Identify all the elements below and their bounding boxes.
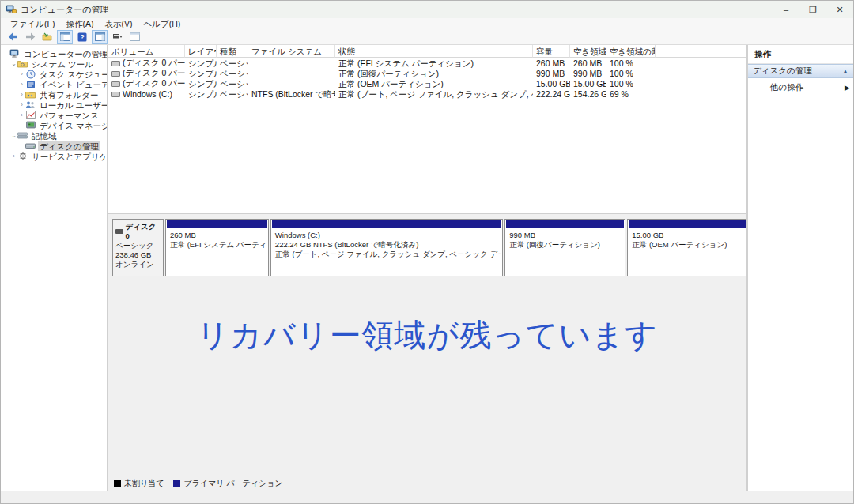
tree-item-label: システム ツール: [30, 59, 95, 69]
column-header-6[interactable]: 空き領域: [570, 45, 606, 58]
column-header-3[interactable]: ファイル システム: [248, 45, 335, 58]
cell-6: 15.00 GB: [570, 78, 606, 88]
legend-swatch: [173, 480, 180, 487]
primary-partition-strip: [167, 220, 267, 228]
partition-oem[interactable]: 15.00 GB正常 (OEM パーティション): [627, 219, 746, 276]
column-header-4[interactable]: 状態: [335, 45, 533, 58]
cell-1: シンプル: [185, 78, 217, 88]
console-tree-icon[interactable]: [57, 30, 73, 44]
properties-window-icon[interactable]: [127, 30, 142, 44]
tree-item-local-users-groups[interactable]: ›ローカル ユーザーとグループ: [1, 100, 107, 110]
cell-7: 100 %: [606, 68, 656, 78]
cell-2: ベーシック: [217, 58, 248, 68]
expand-expander-icon[interactable]: ›: [18, 111, 25, 118]
cell-3: [248, 68, 335, 78]
tree-item-label: ローカル ユーザーとグループ: [38, 100, 108, 110]
menu-action[interactable]: 操作(A): [60, 18, 99, 29]
disk-0-band: ディスク 0 ベーシック 238.46 GB オンライン 260 MB正常 (E…: [112, 219, 743, 276]
column-header-2[interactable]: 種類: [217, 45, 248, 58]
cell-0: (ディスク 0 パーティション 5): [108, 78, 185, 88]
table-row[interactable]: (ディスク 0 パーティション 4)シンプルベーシック正常 (回復パーティション…: [108, 68, 746, 78]
forward-icon[interactable]: [22, 30, 38, 44]
help-icon[interactable]: ?: [74, 30, 90, 44]
actions-group-disk-management[interactable]: ディスクの管理 ▲: [748, 64, 853, 78]
disk-0-size: 238.46 GB: [115, 250, 161, 260]
more-actions-label: 他の操作: [770, 82, 803, 93]
cell-4: 正常 (EFI システム パーティション): [335, 58, 533, 68]
partition-status: 正常 (OEM パーティション): [632, 240, 746, 250]
volume-icon: [111, 81, 120, 87]
column-header-1[interactable]: レイアウト: [185, 45, 217, 58]
collapse-chevron-icon[interactable]: ▲: [842, 68, 848, 75]
table-row[interactable]: (ディスク 0 パーティション 1)シンプルベーシック正常 (EFI システム …: [108, 58, 746, 68]
shared-folders-icon: [25, 90, 36, 100]
partition-efi[interactable]: 260 MB正常 (EFI システム パーティション): [165, 219, 269, 276]
expand-expander-icon[interactable]: ›: [18, 101, 25, 108]
cell-3: NTFS (BitLocker で暗号化済み): [248, 88, 335, 99]
submenu-arrow-icon: ▶: [845, 84, 850, 92]
center-panel: ボリュームレイアウト種類ファイル システム状態容量空き領域空き領域の割合 (ディ…: [108, 45, 748, 491]
disk-0-header[interactable]: ディスク 0 ベーシック 238.46 GB オンライン: [112, 219, 164, 276]
collapse-expander-icon[interactable]: ⌄: [10, 60, 17, 67]
column-header-7[interactable]: 空き領域の割合: [606, 45, 656, 58]
menu-file[interactable]: ファイル(F): [5, 18, 60, 29]
maximize-button[interactable]: ❐: [799, 1, 826, 18]
more-actions-item[interactable]: 他の操作 ▶: [748, 78, 853, 93]
task-scheduler-icon: [25, 70, 36, 79]
cell-4: 正常 (OEM パーティション): [335, 78, 533, 88]
folder-icon[interactable]: [40, 30, 55, 44]
cell-6: 990 MB: [570, 68, 606, 78]
collapse-expander-icon[interactable]: ⌄: [10, 132, 17, 139]
actions-group-label: ディスクの管理: [753, 66, 812, 77]
cell-filler: [656, 78, 746, 88]
menu-view[interactable]: 表示(V): [99, 18, 138, 29]
column-header-8[interactable]: [656, 45, 746, 58]
cell-6: 260 MB: [570, 58, 606, 68]
back-icon[interactable]: [5, 30, 21, 44]
partitions: 260 MB正常 (EFI システム パーティション)Windows (C:)2…: [165, 219, 746, 276]
partition-size: 222.24 GB NTFS (BitLocker で暗号化済み): [275, 240, 498, 250]
action-pane-icon[interactable]: [92, 30, 108, 44]
tree-item-performance[interactable]: ›パフォーマンス: [1, 110, 107, 120]
popup-menu-icon[interactable]: [109, 30, 125, 44]
tree-item-system-tools[interactable]: ⌄システム ツール: [1, 58, 107, 69]
partition-title: Windows (C:): [275, 231, 498, 240]
partition-size: 990 MB: [509, 231, 621, 240]
tree-item-computer-management[interactable]: コンピューターの管理 (ローカル): [1, 48, 107, 58]
minimize-button[interactable]: –: [773, 1, 799, 18]
cell-7: 100 %: [606, 78, 656, 88]
cell-5: 15.00 GB: [533, 78, 570, 88]
disk-0-status: オンライン: [115, 260, 161, 269]
volume-list-header: ボリュームレイアウト種類ファイル システム状態容量空き領域空き領域の割合: [108, 45, 746, 58]
partition-recovery[interactable]: 990 MB正常 (回復パーティション): [504, 219, 625, 276]
column-header-0[interactable]: ボリューム: [108, 45, 185, 58]
expand-expander-icon[interactable]: ›: [10, 152, 17, 160]
tree-item-shared-folders[interactable]: ›共有フォルダー: [1, 89, 107, 100]
tree-item-disk-management[interactable]: ディスクの管理: [1, 141, 107, 151]
table-row[interactable]: Windows (C:)シンプルベーシックNTFS (BitLocker で暗号…: [108, 88, 746, 99]
expand-expander-icon[interactable]: ›: [18, 91, 25, 98]
cell-3: [248, 78, 335, 88]
partition-windows-c[interactable]: Windows (C:)222.24 GB NTFS (BitLocker で暗…: [270, 219, 503, 276]
close-button[interactable]: ✕: [826, 1, 853, 18]
tree-item-services-applications[interactable]: ›サービスとアプリケーション: [1, 151, 107, 161]
partition-info: 15.00 GB正常 (OEM パーティション): [629, 228, 746, 275]
statusbar: [1, 491, 853, 503]
tree-item-event-viewer[interactable]: ›イベント ビューアー: [1, 79, 107, 89]
menu-help[interactable]: ヘルプ(H): [138, 18, 186, 29]
table-row[interactable]: (ディスク 0 パーティション 5)シンプルベーシック正常 (OEM パーティシ…: [108, 78, 746, 88]
actions-title: 操作: [748, 45, 853, 64]
tree-item-task-scheduler[interactable]: ›タスク スケジューラ: [1, 69, 107, 79]
tree-item-storage[interactable]: ⌄記憶域: [1, 130, 107, 141]
tree-item-device-manager[interactable]: デバイス マネージャー: [1, 120, 107, 130]
cell-0: Windows (C:): [108, 88, 185, 99]
expand-expander-icon[interactable]: ›: [18, 70, 25, 77]
column-header-5[interactable]: 容量: [533, 45, 570, 58]
primary-partition-strip: [506, 220, 624, 228]
storage-icon: [17, 131, 28, 141]
cell-4: 正常 (回復パーティション): [335, 68, 533, 78]
event-viewer-icon: [25, 80, 36, 89]
computer-icon: [9, 49, 20, 58]
expand-expander-icon[interactable]: ›: [18, 81, 25, 88]
cell-1: シンプル: [185, 68, 217, 78]
